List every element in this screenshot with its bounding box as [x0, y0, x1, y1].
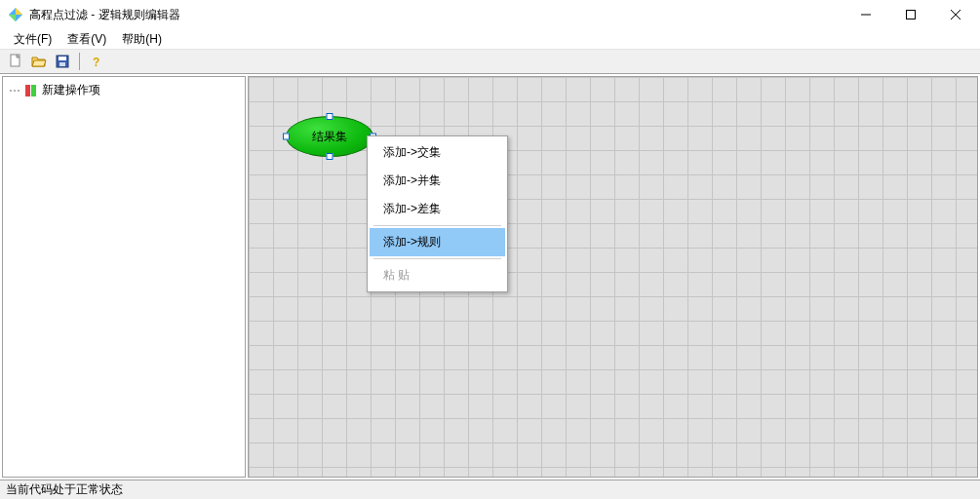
- resize-handle-s[interactable]: [327, 153, 333, 160]
- new-file-button[interactable]: [6, 52, 25, 71]
- statusbar: 当前代码处于正常状态: [0, 480, 980, 499]
- ctx-add-intersection[interactable]: 添加->交集: [370, 138, 505, 167]
- svg-marker-2: [9, 15, 16, 21]
- ctx-separator: [373, 225, 501, 226]
- result-set-node[interactable]: 结果集: [286, 116, 373, 157]
- svg-rect-4: [907, 11, 916, 19]
- tree-root-item[interactable]: ⋯ 新建操作项: [7, 81, 241, 99]
- status-text: 当前代码处于正常状态: [6, 481, 123, 498]
- resize-handle-w[interactable]: [283, 134, 290, 140]
- maximize-button[interactable]: [888, 0, 933, 29]
- canvas[interactable]: 结果集 添加->交集 添加->并集 添加->差集 添加->规则 粘 贴: [249, 77, 977, 477]
- ctx-paste: 粘 贴: [370, 261, 505, 289]
- resize-handle-n[interactable]: [327, 113, 333, 120]
- svg-rect-13: [25, 85, 30, 96]
- svg-text:?: ?: [93, 56, 99, 69]
- svg-rect-11: [59, 62, 65, 66]
- save-button[interactable]: [53, 52, 72, 71]
- svg-rect-14: [31, 85, 36, 96]
- context-menu: 添加->交集 添加->并集 添加->差集 添加->规则 粘 贴: [367, 135, 508, 292]
- help-button[interactable]: ?: [87, 52, 106, 71]
- close-button[interactable]: [933, 0, 978, 29]
- canvas-wrapper: 结果集 添加->交集 添加->并集 添加->差集 添加->规则 粘 贴: [248, 76, 978, 478]
- dash-icon: ⋯: [9, 84, 20, 97]
- ctx-add-union[interactable]: 添加->并集: [370, 167, 505, 195]
- menu-view[interactable]: 查看(V): [59, 29, 114, 50]
- ctx-add-rule[interactable]: 添加->规则: [370, 228, 505, 256]
- toolbar: ?: [0, 49, 980, 74]
- window-title: 高程点过滤 - 逻辑规则编辑器: [29, 7, 843, 23]
- app-icon: [8, 7, 23, 22]
- ctx-add-difference[interactable]: 添加->差集: [370, 195, 505, 223]
- menubar: 文件(F) 查看(V) 帮助(H): [0, 29, 980, 49]
- node-label: 结果集: [312, 129, 347, 145]
- titlebar: 高程点过滤 - 逻辑规则编辑器: [0, 0, 980, 29]
- ctx-separator-2: [373, 258, 501, 259]
- svg-rect-10: [59, 57, 66, 60]
- minimize-button[interactable]: [843, 0, 888, 29]
- window-controls: [843, 0, 978, 29]
- svg-marker-1: [16, 8, 22, 15]
- content-area: ⋯ 新建操作项 结果集 添加->交集 添加->并集 添加->差集 添加->规则: [0, 74, 980, 480]
- open-file-button[interactable]: [29, 52, 49, 71]
- menu-file[interactable]: 文件(F): [6, 29, 59, 50]
- toolbar-separator: [79, 53, 80, 70]
- tree-panel: ⋯ 新建操作项: [2, 76, 246, 478]
- menu-help[interactable]: 帮助(H): [114, 29, 170, 50]
- tree-item-label: 新建操作项: [42, 82, 100, 98]
- tree-item-icon: [24, 84, 38, 97]
